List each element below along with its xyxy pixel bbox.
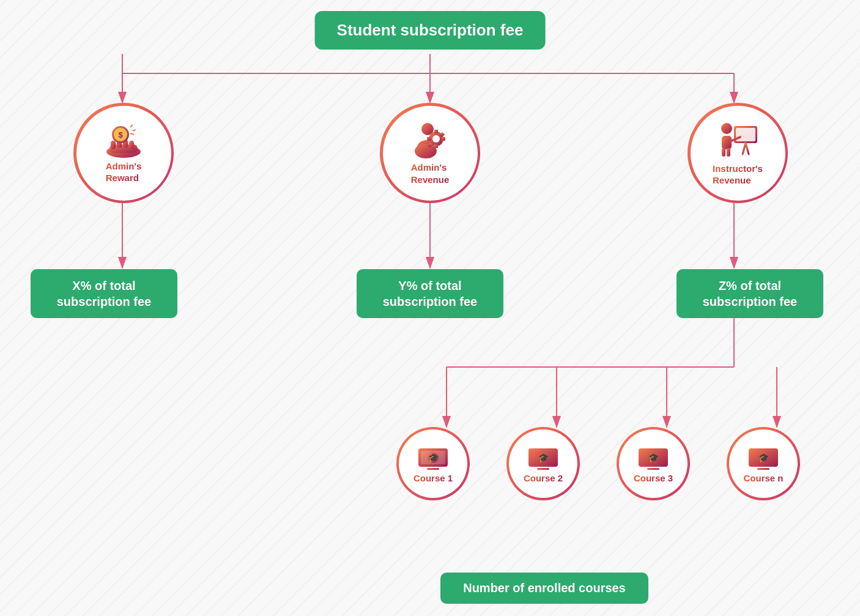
svg-line-33 [130, 133, 134, 135]
course-1-circle: 🎓 Course 1 [396, 427, 470, 500]
svg-text:🎓: 🎓 [428, 453, 439, 463]
svg-rect-24 [111, 141, 116, 149]
course-3-label: Course 3 [634, 473, 673, 483]
svg-line-32 [133, 130, 136, 131]
svg-text:🎓: 🎓 [758, 453, 769, 463]
svg-text:$: $ [118, 130, 123, 139]
svg-rect-56 [427, 468, 439, 470]
instructor-revenue-circle: Instructor'sRevenue [688, 103, 788, 203]
top-node-label: Student subscription fee [337, 21, 524, 39]
course-n-circle: 🎓 Course n [727, 427, 800, 500]
svg-line-31 [130, 125, 133, 127]
course-2-circle: 🎓 Course 2 [506, 427, 580, 500]
svg-rect-63 [647, 468, 659, 470]
admin-reward-icon: $ [102, 122, 145, 159]
instructor-revenue-label: Instructor'sRevenue [713, 163, 763, 187]
svg-text:🎓: 🎓 [538, 453, 549, 463]
admin-reward-label: Admin'sReward [106, 160, 142, 184]
enrolled-courses-label: Number of enrolled courses [463, 581, 626, 595]
admin-reward-circle: $ Admin'sReward [73, 103, 174, 203]
svg-rect-45 [736, 128, 755, 141]
course-1-icon: 🎓 [417, 445, 449, 470]
course-n-label: Course n [743, 473, 783, 483]
svg-rect-40 [442, 137, 445, 141]
svg-rect-49 [722, 136, 732, 149]
admin-revenue-box-label: Y% of totalsubscription fee [383, 279, 477, 308]
admin-revenue-box: Y% of totalsubscription fee [357, 269, 503, 318]
svg-rect-38 [434, 130, 438, 133]
instructor-revenue-icon [713, 120, 762, 161]
svg-point-37 [432, 135, 440, 143]
svg-rect-66 [757, 468, 769, 470]
svg-text:🎓: 🎓 [648, 453, 659, 463]
admin-revenue-circle: Admin'sRevenue [380, 103, 480, 203]
svg-line-47 [746, 143, 749, 154]
svg-rect-60 [537, 468, 549, 470]
svg-point-48 [721, 123, 732, 134]
svg-point-35 [415, 144, 437, 158]
svg-rect-52 [727, 148, 730, 157]
instructor-revenue-box: Z% of totalsubscription fee [677, 269, 823, 318]
course-n-icon: 🎓 [747, 445, 779, 470]
course-2-icon: 🎓 [527, 445, 559, 470]
svg-rect-27 [129, 141, 134, 149]
course-3-circle: 🎓 Course 3 [617, 427, 690, 500]
admin-reward-box: X% of total subscription fee [31, 269, 177, 318]
instructor-revenue-box-label: Z% of totalsubscription fee [703, 279, 797, 308]
admin-reward-box-label: X% of total subscription fee [57, 279, 151, 308]
enrolled-courses-box: Number of enrolled courses [440, 573, 648, 604]
svg-rect-39 [434, 144, 438, 148]
admin-revenue-icon [410, 121, 450, 160]
course-1-label: Course 1 [413, 473, 453, 483]
admin-revenue-label: Admin'sRevenue [411, 161, 450, 185]
course-2-label: Course 2 [524, 473, 563, 483]
top-node: Student subscription fee [315, 11, 546, 50]
svg-rect-51 [722, 148, 725, 157]
svg-rect-41 [427, 137, 431, 141]
diagram: Student subscription fee [0, 0, 860, 616]
course-3-icon: 🎓 [637, 445, 669, 470]
